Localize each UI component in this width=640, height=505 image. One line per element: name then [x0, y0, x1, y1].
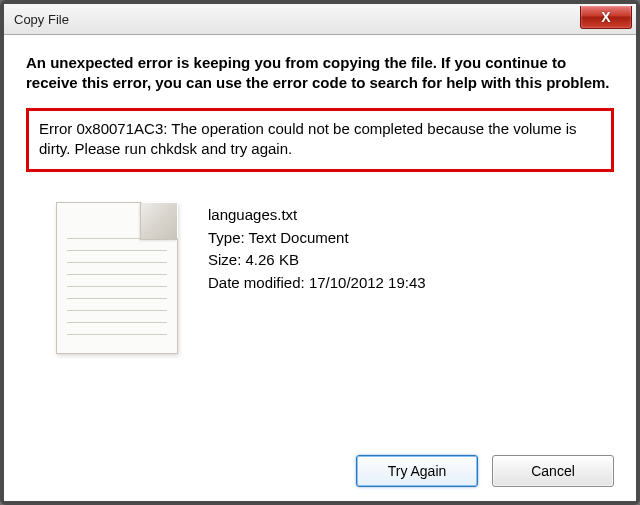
error-text: Error 0x80071AC3: The operation could no…	[39, 120, 577, 157]
file-info-row: languages.txt Type: Text Document Size: …	[26, 202, 614, 354]
text-file-icon	[56, 202, 178, 354]
file-modified: Date modified: 17/10/2012 19:43	[208, 272, 426, 295]
file-type: Type: Text Document	[208, 227, 426, 250]
try-again-label: Try Again	[388, 463, 447, 479]
intro-text: An unexpected error is keeping you from …	[26, 53, 614, 94]
error-message-box: Error 0x80071AC3: The operation could no…	[26, 108, 614, 173]
close-button[interactable]: X	[580, 6, 632, 29]
file-name: languages.txt	[208, 204, 426, 227]
titlebar: Copy File X	[4, 4, 636, 35]
close-icon: X	[601, 10, 610, 24]
cancel-button[interactable]: Cancel	[492, 455, 614, 487]
file-details: languages.txt Type: Text Document Size: …	[208, 202, 426, 294]
cancel-label: Cancel	[531, 463, 575, 479]
dialog-window: Copy File X An unexpected error is keepi…	[0, 0, 640, 505]
file-size: Size: 4.26 KB	[208, 249, 426, 272]
try-again-button[interactable]: Try Again	[356, 455, 478, 487]
button-row: Try Again Cancel	[26, 441, 614, 487]
window-title: Copy File	[14, 12, 69, 27]
dialog-body: An unexpected error is keeping you from …	[4, 35, 636, 501]
